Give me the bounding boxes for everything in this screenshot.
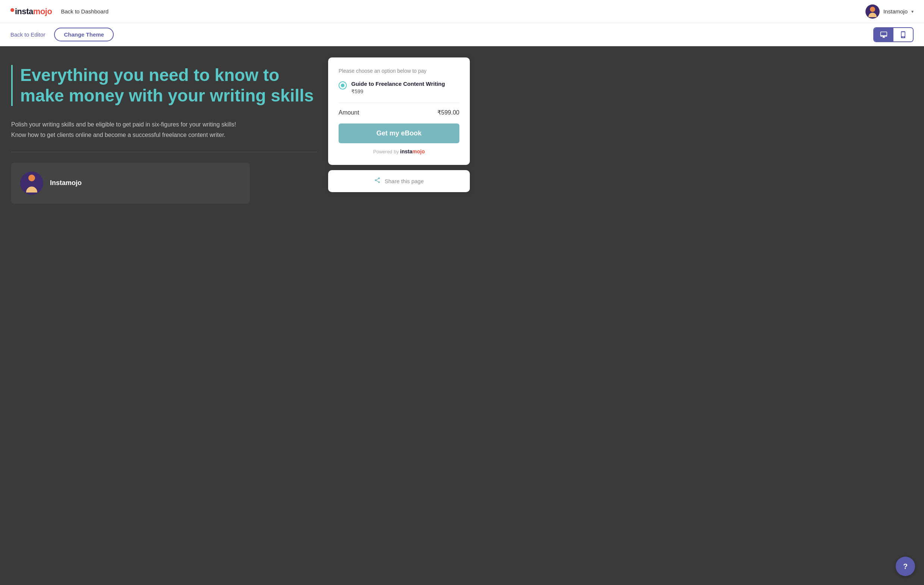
desktop-icon	[880, 31, 888, 38]
right-section: Please choose an option below to pay Gui…	[328, 58, 470, 192]
product-price: ₹599	[351, 88, 445, 94]
help-icon: ?	[903, 562, 908, 571]
payment-prompt: Please choose an option below to pay	[338, 68, 459, 74]
help-button[interactable]: ?	[896, 557, 915, 576]
share-icon	[374, 177, 381, 185]
hero-description: Polish your writing skills and be eligib…	[11, 119, 250, 140]
author-avatar-body	[26, 187, 37, 193]
nav-right: Instamojo ▾	[865, 5, 914, 19]
buy-button[interactable]: Get my eBook	[338, 124, 459, 143]
avatar-body	[868, 13, 877, 17]
product-details: Guide to Freelance Content Writing ₹599	[351, 81, 445, 94]
radio-button[interactable]	[338, 81, 347, 89]
logo-link[interactable]: instamojo	[10, 7, 52, 17]
amount-value: ₹599.00	[437, 109, 459, 116]
amount-row: Amount ₹599.00	[338, 102, 459, 116]
powered-by-text: Powered by	[373, 149, 399, 154]
top-navigation: instamojo Back to Dashboard Instamojo ▾	[0, 0, 924, 23]
hero-heading: Everything you need to know to make mone…	[20, 65, 317, 106]
change-theme-button[interactable]: Change Theme	[54, 28, 114, 41]
back-to-editor-link[interactable]: Back to Editor	[10, 31, 45, 38]
radio-inner	[341, 84, 345, 87]
amount-label: Amount	[338, 109, 359, 116]
view-toggle-group	[873, 27, 914, 42]
powered-by: Powered by instamojo	[338, 149, 459, 154]
avatar	[865, 5, 879, 19]
author-card: Instamojo	[11, 163, 250, 204]
chevron-down-icon[interactable]: ▾	[911, 9, 914, 14]
share-text: Share this page	[384, 178, 424, 184]
back-to-dashboard-link[interactable]: Back to Dashboard	[61, 8, 109, 15]
user-name: Instamojo	[883, 8, 908, 15]
share-card[interactable]: Share this page	[328, 170, 470, 192]
section-divider	[11, 152, 317, 152]
product-name: Guide to Freelance Content Writing	[351, 81, 445, 87]
sub-toolbar: Back to Editor Change Theme	[0, 23, 924, 46]
desktop-view-button[interactable]	[874, 28, 893, 41]
author-avatar-head	[28, 175, 35, 181]
powered-by-logo: instamojo	[400, 149, 425, 154]
main-content: Everything you need to know to make mone…	[0, 46, 924, 585]
avatar-head	[870, 7, 875, 12]
left-section: Everything you need to know to make mone…	[11, 58, 317, 211]
author-avatar	[20, 172, 43, 195]
logo-dot	[10, 8, 14, 12]
mobile-view-button[interactable]	[893, 28, 913, 41]
mobile-icon	[899, 31, 907, 38]
product-option[interactable]: Guide to Freelance Content Writing ₹599	[338, 81, 459, 94]
payment-card: Please choose an option below to pay Gui…	[328, 58, 470, 165]
hero-text-block: Everything you need to know to make mone…	[11, 65, 317, 106]
author-name: Instamojo	[50, 179, 82, 187]
logo-text: instamojo	[15, 7, 52, 17]
